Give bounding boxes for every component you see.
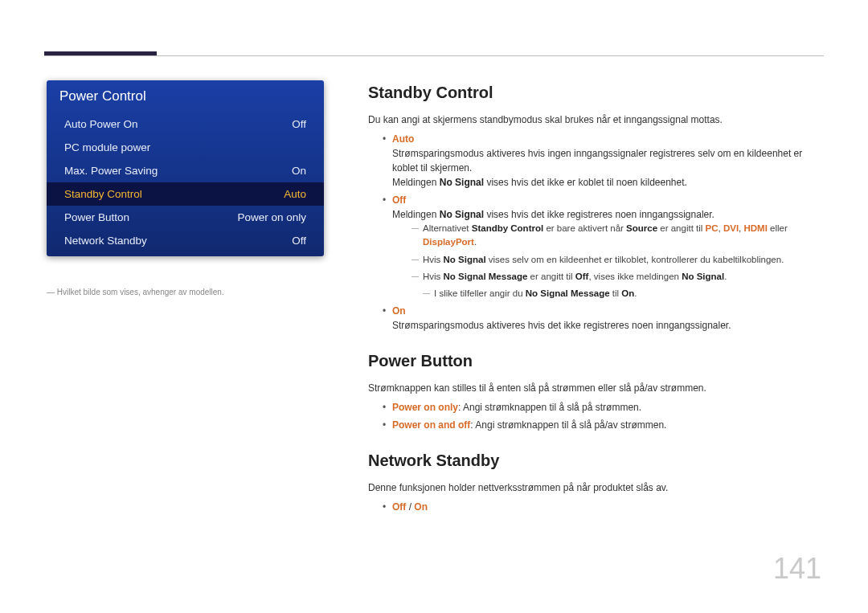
menu-value: Off: [292, 118, 306, 130]
menu-row-auto-power-on[interactable]: Auto Power On Off: [47, 112, 324, 136]
menu-row-standby-control[interactable]: Standby Control Auto: [47, 182, 324, 206]
menu-value: On: [292, 165, 306, 177]
menu-label: Power Button: [64, 211, 129, 223]
menu-label: Standby Control: [64, 188, 142, 200]
netstandby-intro: Denne funksjonen holder nettverksstrømme…: [368, 480, 824, 495]
menu-label: PC module power: [64, 141, 150, 153]
sub-note-4: I slike tilfeller angir du No Signal Mes…: [423, 287, 824, 300]
menu-label: Max. Power Saving: [64, 165, 158, 177]
sub-note-2: Hvis No Signal vises selv om en kildeenh…: [411, 253, 824, 267]
bullet-on: On Strømsparingsmodus aktiveres hvis det…: [383, 304, 824, 333]
menu-row-network-standby[interactable]: Network Standby Off: [47, 229, 324, 256]
heading-standby-control: Standby Control: [368, 80, 824, 104]
auto-desc-1: Strømsparingsmodus aktiveres hvis ingen …: [392, 148, 802, 174]
section-power-button: Power Button Strømknappen kan stilles ti…: [368, 349, 824, 432]
sub-note-3: Hvis No Signal Message er angitt til Off…: [411, 270, 824, 284]
off-nosignal: No Signal: [440, 209, 484, 220]
label-auto: Auto: [392, 133, 414, 145]
menu-title: Power Control: [47, 80, 324, 112]
bullet-off-on: Off / On: [383, 500, 824, 514]
menu-value: Auto: [284, 188, 306, 200]
menu-footnote: ― Hvilket bilde som vises, avhenger av m…: [47, 288, 324, 296]
auto-desc-2c: vises hvis det ikke er koblet til noen k…: [484, 177, 687, 188]
bullet-auto: Auto Strømsparingsmodus aktiveres hvis i…: [383, 132, 824, 190]
heading-power-button: Power Button: [368, 349, 824, 373]
menu-label: Network Standby: [64, 235, 147, 247]
menu-row-pc-module-power[interactable]: PC module power: [47, 136, 324, 159]
off-desc-c: vises hvis det ikke registreres noen inn…: [484, 209, 714, 220]
menu-label: Auto Power On: [64, 118, 138, 130]
power-control-menu: Power Control Auto Power On Off PC modul…: [47, 80, 324, 256]
bullet-power-on-and-off: Power on and off: Angi strømknappen til …: [383, 418, 824, 432]
off-desc-a: Meldingen: [392, 209, 440, 220]
menu-value: Power on only: [237, 211, 306, 223]
label-on: On: [392, 305, 406, 317]
content-area: Standby Control Du kan angi at skjermens…: [368, 80, 824, 530]
page-number: 141: [773, 552, 821, 586]
sub-note-1: Alternativet Standby Control er bare akt…: [411, 222, 824, 250]
menu-value: Off: [292, 235, 306, 247]
bullet-off: Off Meldingen No Signal vises hvis det i…: [383, 193, 824, 300]
label-off: Off: [392, 194, 406, 206]
menu-row-power-button[interactable]: Power Button Power on only: [47, 206, 324, 229]
auto-desc-2a: Meldingen: [392, 177, 440, 188]
auto-nosignal: No Signal: [440, 177, 484, 188]
standby-intro: Du kan angi at skjermens standbymodus sk…: [368, 112, 824, 127]
section-network-standby: Network Standby Denne funksjonen holder …: [368, 448, 824, 514]
heading-network-standby: Network Standby: [368, 448, 824, 472]
bullet-power-on-only: Power on only: Angi strømknappen til å s…: [383, 400, 824, 415]
header-rule: [44, 55, 824, 56]
powerbtn-intro: Strømknappen kan stilles til å enten slå…: [368, 381, 824, 395]
menu-row-max-power-saving[interactable]: Max. Power Saving On: [47, 159, 324, 182]
on-desc: Strømsparingsmodus aktiveres hvis det ik…: [392, 320, 731, 331]
section-standby-control: Standby Control Du kan angi at skjermens…: [368, 80, 824, 333]
